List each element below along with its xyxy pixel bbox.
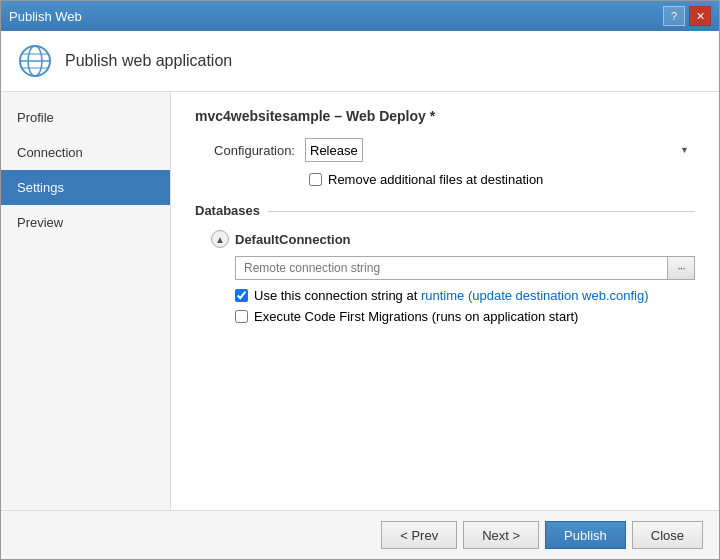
title-bar: Publish Web ? ✕ — [1, 1, 719, 31]
configuration-label: Configuration: — [195, 143, 295, 158]
prev-button[interactable]: < Prev — [381, 521, 457, 549]
use-connection-string-checkbox[interactable] — [235, 289, 248, 302]
databases-label: Databases — [195, 203, 260, 218]
connection-browse-button[interactable]: ··· — [667, 256, 695, 280]
runtime-link[interactable]: runtime (update destination web.config) — [421, 288, 649, 303]
db-connection-name: DefaultConnection — [235, 232, 351, 247]
configuration-select[interactable]: Release — [305, 138, 363, 162]
sidebar-item-preview[interactable]: Preview — [1, 205, 170, 240]
sidebar-item-profile[interactable]: Profile — [1, 100, 170, 135]
help-button[interactable]: ? — [663, 6, 685, 26]
dialog-body: Profile Connection Settings Preview mvc4… — [1, 92, 719, 510]
title-bar-text: Publish Web — [9, 9, 82, 24]
execute-migrations-row: Execute Code First Migrations (runs on a… — [235, 309, 695, 324]
remove-files-label: Remove additional files at destination — [328, 172, 543, 187]
sidebar-item-settings[interactable]: Settings — [1, 170, 170, 205]
collapse-button[interactable]: ▲ — [211, 230, 229, 248]
header-title: Publish web application — [65, 52, 232, 70]
remove-files-checkbox[interactable] — [309, 173, 322, 186]
configuration-select-wrapper: Release — [305, 138, 695, 162]
db-section: ▲ DefaultConnection ··· Use this connect… — [211, 230, 695, 324]
connection-string-input[interactable] — [235, 256, 667, 280]
title-bar-controls: ? ✕ — [663, 6, 711, 26]
dialog-footer: < Prev Next > Publish Close — [1, 510, 719, 559]
use-connection-string-label: Use this connection string at runtime (u… — [254, 288, 649, 303]
execute-migrations-checkbox[interactable] — [235, 310, 248, 323]
sidebar-item-connection[interactable]: Connection — [1, 135, 170, 170]
dialog-header: Publish web application — [1, 31, 719, 92]
configuration-row: Configuration: Release — [195, 138, 695, 162]
remove-files-row: Remove additional files at destination — [309, 172, 695, 187]
close-button[interactable]: Close — [632, 521, 703, 549]
close-title-button[interactable]: ✕ — [689, 6, 711, 26]
sidebar: Profile Connection Settings Preview — [1, 92, 171, 510]
execute-migrations-label: Execute Code First Migrations (runs on a… — [254, 309, 578, 324]
globe-icon — [17, 43, 53, 79]
publish-button[interactable]: Publish — [545, 521, 626, 549]
main-content: mvc4websitesample – Web Deploy * Configu… — [171, 92, 719, 510]
divider-line — [268, 211, 695, 212]
db-connection-header: ▲ DefaultConnection — [211, 230, 695, 248]
browse-icon: ··· — [677, 261, 684, 275]
databases-divider: Databases — [195, 203, 695, 218]
publish-web-dialog: Publish Web ? ✕ Publish web application … — [0, 0, 720, 560]
next-button[interactable]: Next > — [463, 521, 539, 549]
use-connection-string-row: Use this connection string at runtime (u… — [235, 288, 695, 303]
connection-string-row: ··· — [235, 256, 695, 280]
section-title: mvc4websitesample – Web Deploy * — [195, 108, 695, 124]
